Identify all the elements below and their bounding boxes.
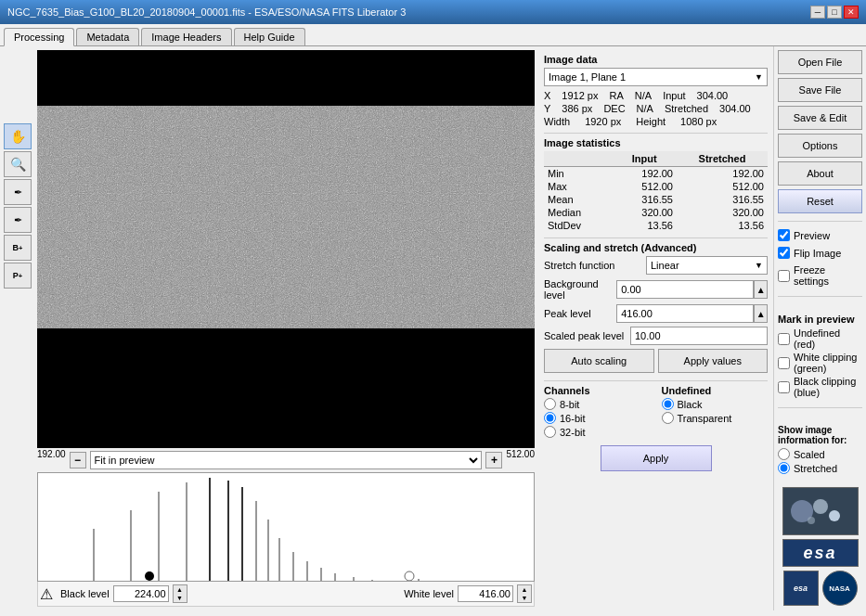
stats-stretched-min: 192.00 xyxy=(677,167,768,181)
about-btn[interactable]: About xyxy=(778,161,862,186)
preview-checkbox[interactable] xyxy=(778,229,790,241)
fit-dropdown[interactable]: Fit in preview 100% 200% 50% xyxy=(90,451,483,469)
channel-8bit-label: 8-bit xyxy=(560,399,579,410)
stats-label-mean: Mean xyxy=(544,193,613,206)
input-label: Input xyxy=(663,90,685,101)
stretched-radio[interactable] xyxy=(778,462,790,474)
picker1-tool[interactable]: ✒ xyxy=(4,179,32,205)
black-level-down[interactable]: ▼ xyxy=(174,594,187,602)
title-bar-buttons: ─ □ ✕ xyxy=(810,6,859,19)
stats-row-min: Min 192.00 192.00 xyxy=(544,167,768,181)
tab-image-headers[interactable]: Image Headers xyxy=(141,28,231,45)
white-level-input[interactable]: 416.00 xyxy=(458,585,513,602)
sidebar-separator-3 xyxy=(778,407,862,408)
x-value: 1912 px xyxy=(562,90,598,101)
background-level-input[interactable] xyxy=(616,280,754,299)
minimize-button[interactable]: ─ xyxy=(810,6,825,19)
white-point-tool[interactable]: P+ xyxy=(4,263,32,289)
stats-table: Input Stretched Min 192.00 192.00 Max 51… xyxy=(544,151,768,232)
channel-8bit-radio[interactable] xyxy=(544,398,556,410)
ra-label: RA xyxy=(610,90,624,101)
stats-row-stddev: StdDev 13.56 13.56 xyxy=(544,219,768,232)
tab-processing[interactable]: Processing xyxy=(4,28,74,46)
picker2-tool[interactable]: ✒ xyxy=(4,207,32,233)
white-point-marker xyxy=(405,571,414,581)
stats-input-mean: 316.55 xyxy=(613,193,677,206)
tab-metadata[interactable]: Metadata xyxy=(76,28,139,45)
stats-row-max: Max 512.00 512.00 xyxy=(544,180,768,193)
histogram-zoom-out[interactable]: − xyxy=(70,452,86,468)
reset-btn[interactable]: Reset xyxy=(778,189,862,213)
peak-level-arrow-btn[interactable]: ▲ xyxy=(754,304,768,323)
stretched-coord-label: Stretched xyxy=(665,103,708,114)
save-edit-btn[interactable]: Save & Edit xyxy=(778,106,862,130)
stats-stretched-max: 512.00 xyxy=(677,180,768,193)
black-clipping-label: Black clipping (blue) xyxy=(794,376,862,398)
fits-logo-svg xyxy=(783,488,858,534)
tab-bar: Processing Metadata Image Headers Help G… xyxy=(0,24,866,46)
channel-32bit-radio[interactable] xyxy=(544,426,556,438)
black-clipping-row: Black clipping (blue) xyxy=(778,376,862,398)
freeze-settings-checkbox[interactable] xyxy=(778,270,790,282)
scaled-radio[interactable] xyxy=(778,448,790,460)
channel-32bit-label: 32-bit xyxy=(560,427,586,438)
zoom-tool[interactable]: 🔍 xyxy=(4,151,32,177)
sidebar-separator-1 xyxy=(778,221,862,222)
undefined-transparent-radio[interactable] xyxy=(662,412,674,424)
dimension-row: Width 1920 px Height 1080 px xyxy=(544,116,768,127)
undefined-red-row: Undefined (red) xyxy=(778,327,862,350)
stretched-radio-row: Stretched xyxy=(778,462,862,474)
background-level-arrow-btn[interactable]: ▲ xyxy=(754,280,768,299)
channel-16bit-radio[interactable] xyxy=(544,412,556,424)
auto-scaling-btn[interactable]: Auto scaling xyxy=(544,349,654,373)
black-level-input[interactable]: 224.00 xyxy=(113,585,169,602)
esa-text: esa xyxy=(803,544,836,563)
stretched-label: Stretched xyxy=(794,463,837,474)
peak-level-input[interactable] xyxy=(616,304,754,323)
apply-btn[interactable]: Apply xyxy=(601,445,712,471)
coord-row-x: X 1912 px RA N/A Input 304.00 xyxy=(544,90,768,101)
maximize-button[interactable]: □ xyxy=(827,6,842,19)
white-level-down[interactable]: ▼ xyxy=(518,594,531,602)
black-level-spinner: ▲ ▼ xyxy=(173,584,187,603)
options-btn[interactable]: Options xyxy=(778,134,862,158)
scaling-section: Scaling and stretch (Advanced) Stretch f… xyxy=(544,242,768,373)
stats-input-min: 192.00 xyxy=(613,167,677,181)
image-plane-value: Image 1, Plane 1 xyxy=(549,71,626,83)
ra-value: N/A xyxy=(635,90,652,101)
esa-small-logo: esa xyxy=(783,571,819,606)
image-preview xyxy=(37,50,535,448)
stats-row-mean: Mean 316.55 316.55 xyxy=(544,193,768,206)
agency-logos: esa NASA xyxy=(783,571,858,606)
x-label: X xyxy=(544,90,550,101)
histogram-svg xyxy=(38,473,534,582)
white-clipping-checkbox[interactable] xyxy=(778,357,790,369)
flip-image-checkbox[interactable] xyxy=(778,247,790,259)
black-level-up[interactable]: ▲ xyxy=(174,585,187,594)
tab-help-guide[interactable]: Help Guide xyxy=(234,28,305,45)
y-value: 386 px xyxy=(562,103,592,114)
scaled-peak-level-input[interactable] xyxy=(630,327,768,345)
histogram-zoom-in[interactable]: + xyxy=(485,452,502,468)
open-file-btn[interactable]: Open File xyxy=(778,50,862,74)
image-data-title: Image data xyxy=(544,54,768,65)
image-data-section: Image data Image 1, Plane 1 ▼ X 1912 px … xyxy=(544,54,768,127)
hand-tool[interactable]: ✋ xyxy=(4,123,32,149)
image-plane-dropdown[interactable]: Image 1, Plane 1 ▼ xyxy=(544,68,768,86)
apply-values-btn[interactable]: Apply values xyxy=(658,349,769,373)
level-controls: ⚠ Black level 224.00 ▲ ▼ White level 416… xyxy=(37,582,535,607)
close-button[interactable]: ✕ xyxy=(844,6,859,19)
stretch-function-dropdown[interactable]: Linear ▼ xyxy=(646,256,768,275)
stats-stretched-stddev: 13.56 xyxy=(677,219,768,232)
white-clipping-row: White clipping (green) xyxy=(778,352,862,374)
scaled-peak-level-label: Scaled peak level xyxy=(544,330,630,341)
image-bottom-black xyxy=(37,328,535,393)
white-level-up[interactable]: ▲ xyxy=(518,585,531,594)
black-point-tool[interactable]: B+ xyxy=(4,235,32,261)
black-clipping-checkbox[interactable] xyxy=(778,381,790,393)
save-file-btn[interactable]: Save File xyxy=(778,78,862,102)
undefined-red-checkbox[interactable] xyxy=(778,333,790,345)
undefined-black-radio[interactable] xyxy=(662,398,674,410)
vertical-toolbar: ✋ 🔍 ✒ ✒ B+ P+ xyxy=(4,123,35,289)
histogram-min-label: 192.00 xyxy=(37,449,66,471)
